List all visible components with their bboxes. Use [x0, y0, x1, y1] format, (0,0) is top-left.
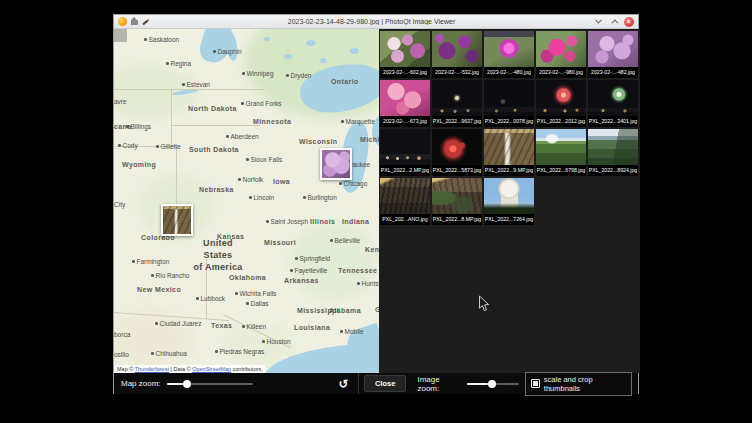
thumbnail[interactable]: PXL_2022...2.MP.jpg [380, 129, 430, 176]
thumbnail[interactable]: 2023-02-...-673.jpg [380, 80, 430, 127]
thumbnail[interactable]: PXL_202...ANO.jpg [380, 178, 430, 225]
map-city-label: Dauphin [213, 48, 242, 55]
thumbnail-image [536, 31, 586, 67]
thumbnail-filename: PXL_2022...7264.jpg [484, 214, 534, 225]
image-zoom-section: Image zoom: scale and crop thumbnails [411, 373, 638, 394]
us-canada-border [114, 89, 264, 90]
openstreetmap-link[interactable]: OpenStreetMap [192, 366, 231, 372]
map-zoom-slider[interactable] [167, 379, 253, 389]
thumbnail[interactable]: PXL_2022...2012.jpg [536, 80, 586, 127]
thumbnail[interactable]: 2023-02-...-532.jpg [432, 31, 482, 78]
reset-map-button[interactable]: ↺ [336, 376, 351, 391]
map-city-label: Chicago [339, 180, 367, 187]
thumbnail[interactable]: PXL_2022...8.MP.jpg [432, 178, 482, 225]
thumbnail-filename: PXL_2022...2.MP.jpg [380, 165, 430, 176]
thumbnail-filename: PXL_2022...3401.jpg [588, 116, 638, 127]
thumbnail-filename: 2023-02-...-602.jpg [380, 67, 430, 78]
thumbnail[interactable]: 2023-02-...-482.jpg [588, 31, 638, 78]
image-zoom-slider[interactable] [467, 379, 519, 389]
attribution-text: contributors, [231, 366, 263, 372]
house-icon[interactable] [131, 20, 138, 25]
map-state-label: Missouri [264, 239, 296, 246]
map-city-label: Gillette [156, 143, 181, 150]
close-button[interactable]: Close [364, 375, 406, 392]
close-icon: × [624, 17, 634, 27]
small-lake [350, 48, 359, 54]
scale-crop-checkbox-group[interactable]: scale and crop thumbnails [525, 372, 632, 396]
map-state-label: Kentucky [365, 246, 379, 253]
map-city-label: Saint Joseph [266, 218, 308, 225]
map-city-label: Farmington [132, 258, 169, 265]
divider [358, 373, 359, 394]
map-edge-label: cana [114, 123, 132, 130]
thumbnail[interactable]: PXL_2022...5873.jpg [432, 129, 482, 176]
thumbnail-image [536, 129, 586, 165]
map-city-label: Estevan [182, 81, 210, 88]
close-window-button[interactable]: × [623, 16, 634, 27]
thumbnail[interactable]: 2023-02-...-480.jpg [484, 31, 534, 78]
thumbnails-panel: 2023-02-...-602.jpg2023-02-...-532.jpg20… [379, 29, 640, 373]
map-city-label: Sioux Falls [246, 156, 282, 163]
map-city-label: Huntsville [357, 280, 379, 287]
thumbnail-filename: 2023-02-...-480.jpg [484, 67, 534, 78]
checkbox-icon[interactable] [531, 379, 540, 388]
image-zoom-label: Image zoom: [417, 375, 461, 393]
thumbnail-filename: PXL_2022...2012.jpg [536, 116, 586, 127]
map-state-label: Arkansas [284, 277, 319, 284]
thumbnail[interactable]: PXL_2022...9637.jpg [432, 80, 482, 127]
thumbnail-filename: PXL_202...ANO.jpg [380, 214, 430, 225]
map-tile-fragment [114, 29, 127, 42]
photoqt-window: 2023-02-23-14-48-29-980.jpg | PhotoQt Im… [113, 14, 639, 394]
map-state-label: Louisiana [294, 324, 330, 331]
map-city-label: Burlington [303, 194, 337, 201]
attribution-text: Map © [117, 366, 135, 372]
thumbnail[interactable]: PXL_2022...0078.jpg [484, 80, 534, 127]
map-city-label: Rio Rancho [151, 272, 189, 279]
map-terrain-patch [114, 309, 194, 369]
thumbnail[interactable]: PXL_2022...9.MP.jpg [484, 129, 534, 176]
minimize-button[interactable] [593, 16, 604, 27]
attribution-text: | Data © [169, 366, 192, 372]
pencil-icon[interactable] [142, 18, 150, 25]
thumbnail[interactable]: PXL_2022...3401.jpg [588, 80, 638, 127]
small-lake [306, 40, 316, 46]
thumbnail-filename: PXL_2022...9.MP.jpg [484, 165, 534, 176]
map-city-label: Lincoln [249, 194, 274, 201]
map-city-label: Grand Forks [241, 100, 282, 107]
thumbnail[interactable]: PXL_2022...6798.jpg [536, 129, 586, 176]
maximize-button[interactable] [608, 16, 619, 27]
map-city-label: Ciudad Juárez [155, 320, 201, 327]
thunderforest-link[interactable]: Thunderforest [135, 366, 169, 372]
thumbnail-filename: PXL_2022...5873.jpg [432, 165, 482, 176]
map-attribution: Map © Thunderforest | Data © OpenStreetM… [114, 365, 266, 373]
thumbnail-image [588, 129, 638, 165]
thumbnail[interactable]: PXL_2022...8924.jpg [588, 129, 638, 176]
undo-arrow-icon: ↺ [338, 377, 348, 391]
thumbnail-filename: 2023-02-...-980.jpg [536, 67, 586, 78]
map-edge-label: avre [114, 98, 127, 105]
thumbnail-image [380, 31, 430, 67]
thumbnail-image [432, 178, 482, 214]
thumbnail-filename: PXL_2022...8924.jpg [588, 165, 638, 176]
thumbnail[interactable]: 2023-02-...-980.jpg [536, 31, 586, 78]
thumbnail-image [588, 31, 638, 67]
thumbnail[interactable]: PXL_2022...7264.jpg [484, 178, 534, 225]
map-state-label: Iowa [273, 178, 290, 185]
titlebar[interactable]: 2023-02-23-14-48-29-980.jpg | PhotoQt Im… [114, 15, 638, 29]
thumbnail[interactable]: 2023-02-...-602.jpg [380, 31, 430, 78]
slider-thumb[interactable] [488, 380, 496, 388]
slider-thumb[interactable] [183, 380, 191, 388]
map-panel[interactable]: SaskatoonDauphinReginaWinnipegDrydenEste… [114, 29, 379, 373]
map-state-label: Ontario [331, 78, 359, 85]
map-city-label: Aberdeen [226, 133, 259, 140]
bottom-bar: Map zoom: ↺ Close Image zoom: scale and … [114, 373, 638, 394]
map-photo-marker-wisconsin[interactable] [320, 148, 352, 180]
map-photo-marker-colorado[interactable] [161, 204, 193, 236]
map-city-label: Belleville [330, 237, 360, 244]
thumbnail-image [380, 80, 430, 116]
small-lake [264, 37, 270, 41]
thumbnail-image [432, 31, 482, 67]
thumbnail-filename: PXL_2022...0078.jpg [484, 116, 534, 127]
map-state-label: Oklahoma [229, 274, 266, 281]
state-border [171, 89, 172, 147]
